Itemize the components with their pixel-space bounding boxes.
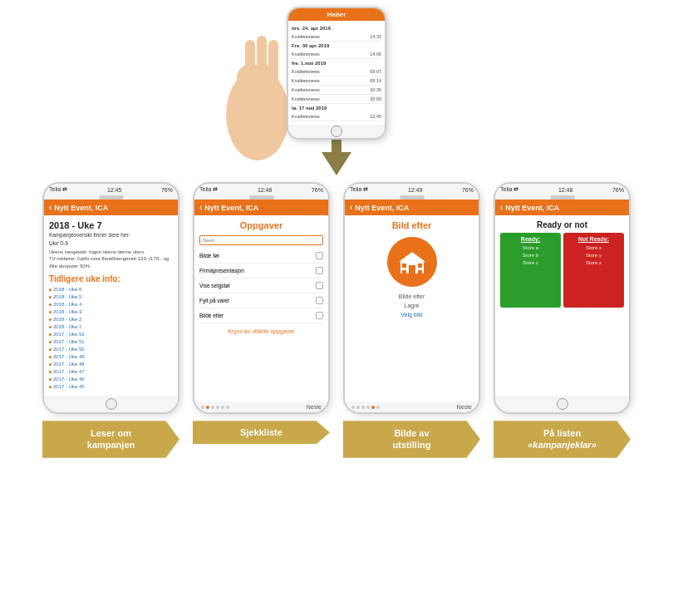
arrow-label-1: Leser omkampanjen: [42, 421, 179, 458]
not-ready-label: Not Ready:: [578, 236, 609, 242]
svg-rect-9: [418, 264, 422, 268]
phone3-next-button[interactable]: Neste: [457, 404, 472, 410]
phone1-list: 2018 - Uke 6 2018 - Uke 5 2018 - Uke 4 2…: [49, 286, 173, 391]
nav-dot-2: [206, 406, 209, 409]
arrow-label-3: Bilde avutstilling: [343, 421, 480, 458]
nav-dot-1: [351, 406, 355, 409]
label-3: Bilde avutstilling: [343, 421, 480, 458]
phone1-header: ‹ Nytt Event, ICA: [44, 200, 178, 215]
checkbox-4[interactable]: [316, 297, 323, 304]
phone4-carrier: Telia ⇄: [500, 186, 518, 193]
top-phone-row6: Kvalitetsnews20:00: [292, 95, 381, 104]
list-item: 2017 - Uke 46: [49, 376, 173, 383]
list-item: 2017 - Uke 51: [49, 338, 173, 346]
phone3-nav-dots: [351, 406, 380, 409]
phone1-subtitle2: Uke 0-9: [49, 240, 173, 246]
phone2-status-bar: Telia ⇄ 12:48 76%: [194, 184, 328, 195]
hand-icon: [220, 15, 295, 165]
svg-rect-2: [245, 40, 255, 90]
arrow-label-text-1: Leser omkampanjen: [87, 428, 135, 450]
phone1-back-icon[interactable]: ‹: [49, 203, 52, 212]
phone4-back-icon[interactable]: ‹: [500, 203, 503, 212]
checklist-footer[interactable]: Kryss av utførte oppgaver: [199, 328, 323, 334]
arrow-label-text-2: Sjekkliste: [240, 427, 282, 437]
phone3-image-label: Bilde etter: [350, 293, 474, 299]
nav-dot-2: [356, 406, 360, 409]
phone1-campaign-title: 2018 - Uke 7: [49, 220, 173, 230]
not-ready-column: Not Ready: Store xStore yStore z: [563, 233, 624, 308]
list-dot: [49, 363, 52, 366]
phone1-content: 2018 - Uke 7 Kampanjeoversikt finner der…: [44, 215, 178, 396]
label-4: På listen«kampanjeklar»: [494, 421, 631, 458]
list-dot: [49, 303, 52, 306]
phone3-title: Bild efter: [350, 220, 474, 230]
list-dot: [49, 356, 52, 358]
label-1: Leser omkampanjen: [42, 421, 179, 458]
phone2-back-icon[interactable]: ‹: [199, 203, 202, 212]
phone1-body-text: Ukens sengesett: Ingen ukens denne uken.…: [49, 249, 173, 269]
top-phone-row7: Kvalitetsnews12:45: [292, 112, 381, 121]
nav-dot-4: [216, 406, 219, 409]
building-svg: [397, 247, 427, 277]
labels-row: Leser omkampanjen Sjekkliste Bilde avuts…: [0, 414, 673, 458]
top-phone-date2: Fre. 30 apr 2019: [292, 42, 381, 50]
name-input[interactable]: [199, 235, 323, 245]
nav-dot-5: [371, 406, 375, 409]
list-dot: [49, 348, 52, 351]
checklist-item-4: Fylt på varer: [199, 293, 323, 308]
phone1-carrier: Telia ⇄: [49, 186, 67, 193]
list-dot: [49, 341, 52, 343]
svg-marker-6: [399, 252, 425, 262]
phone2-battery: 76%: [312, 187, 323, 193]
phone2-title: Oppgaver: [199, 220, 323, 230]
phone3-back-icon[interactable]: ‹: [350, 203, 352, 212]
phone2-nav-footer: Neste: [194, 402, 328, 412]
checkbox-5[interactable]: [316, 312, 323, 319]
arrow-label-text-4: På listen«kampanjeklar»: [528, 428, 597, 450]
arrow-down-icon: [322, 152, 351, 175]
list-item: 2017 - Uke 48: [49, 361, 173, 368]
ready-stores: Store aStore bStore c: [523, 244, 538, 267]
phone-4: Telia ⇄ 12:48 76% ‹ Nytt Event, ICA Read…: [494, 182, 631, 414]
svg-rect-3: [257, 36, 267, 90]
top-phone-row4: Kvalitetsnews09:14: [292, 76, 381, 86]
list-dot: [49, 386, 52, 388]
checkbox-3[interactable]: [316, 282, 323, 289]
list-item: 2017 - Uke 47: [49, 368, 173, 376]
arrow-label-2: Sjekkliste: [193, 421, 330, 444]
phone3-header: ‹ Nytt Event, ICA: [345, 200, 479, 215]
home-button-4[interactable]: [557, 398, 568, 410]
phone1-status-bar: Telia ⇄ 12:45 76%: [44, 184, 178, 195]
phone2-next-button[interactable]: Neste: [307, 404, 322, 410]
phone-1: Telia ⇄ 12:45 76% ‹ Nytt Event, ICA 2018…: [42, 182, 179, 414]
phone1-subtitle: Kampanjeoversikt finner dere her:: [49, 232, 173, 238]
nav-dot-3: [211, 406, 214, 409]
phone3-battery: 76%: [462, 187, 474, 193]
phone3-time: 12:49: [408, 187, 423, 193]
phone1-time: 12:45: [107, 187, 122, 193]
svg-rect-11: [418, 270, 422, 274]
list-item: 2017 - Uke 49: [49, 353, 173, 361]
checkbox-1[interactable]: [316, 252, 323, 259]
phone-3: Telia ⇄ 12:49 76% ‹ Nytt Event, ICA Bild…: [343, 182, 480, 414]
top-phone-row: Kvalitetsnews14:32: [292, 32, 381, 42]
list-dot: [49, 333, 52, 336]
phone2-content: Oppgaver Bilde før Firmapresentasjon Vis…: [194, 215, 328, 402]
top-phone-content: tirs. 24. apr 2019 Kvalitetsnews14:32 Fr…: [288, 21, 385, 125]
top-phone-frame: Haber tirs. 24. apr 2019 Kvalitetsnews14…: [287, 7, 386, 140]
phone3-select-image-button[interactable]: Velg bild: [350, 312, 474, 318]
list-item: 2018 - Uke 5: [49, 293, 173, 301]
svg-rect-4: [268, 40, 278, 90]
home-button-1[interactable]: [106, 398, 117, 410]
list-item: 2018 - Uke 1: [49, 323, 173, 331]
phone3-icon-container: [350, 237, 474, 287]
phone3-carrier: Telia ⇄: [350, 186, 368, 193]
phone3-save-label: Lagre: [350, 303, 474, 308]
phone2-nav-dots: [201, 406, 229, 409]
checkbox-2[interactable]: [316, 267, 323, 274]
list-item: 2018 - Uke 6: [49, 286, 173, 293]
checklist-item-3: Vise selgstøl: [199, 278, 323, 293]
phone2-header-title: Nytt Event, ICA: [204, 204, 258, 212]
list-dot: [49, 378, 52, 381]
home-button-top[interactable]: [331, 126, 342, 137]
